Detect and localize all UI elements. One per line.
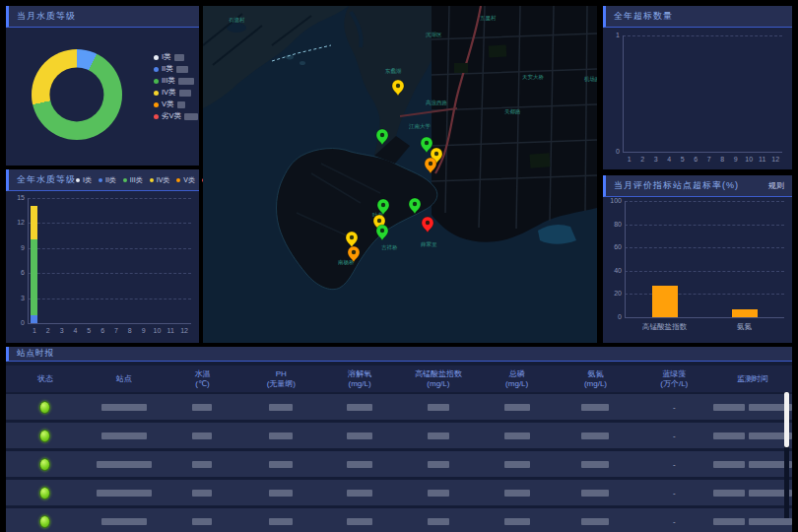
legend-dot-icon <box>154 114 159 119</box>
status-cell <box>6 430 85 442</box>
data-cell <box>320 518 399 525</box>
redacted-value <box>347 518 372 525</box>
column-header: PH(无量纲) <box>241 369 320 389</box>
panel-station-table: 站点时报 状态站点水温(℃)PH(无量纲)溶解氧(mg/L)高锰酸盐指数(mg/… <box>6 347 792 522</box>
table-row[interactable]: - <box>6 394 792 420</box>
legend-dot-icon <box>123 178 127 182</box>
status-ok-icon <box>39 458 50 471</box>
map-urban-area <box>432 6 597 242</box>
panel-annual-quality: 全年水质等级 I类II类III类IV类V类劣V类 036912151234567… <box>6 169 199 343</box>
station-table-header: 站点时报 <box>6 347 792 362</box>
y-axis-tick-label: 12 <box>11 219 25 226</box>
legend-item[interactable]: II类 <box>99 175 116 185</box>
column-header-name: 蓝绿藻 <box>634 369 713 379</box>
redacted-value <box>504 461 530 468</box>
status-cell <box>6 515 85 528</box>
table-row[interactable]: - <box>6 451 792 477</box>
redacted-value <box>581 490 609 497</box>
panel-month-rate-title: 当月评价指标站点超标率(%) <box>614 179 739 192</box>
map-place-label: 高浪西路 <box>426 100 448 106</box>
redacted-date <box>713 518 745 525</box>
status-ok-icon <box>39 430 50 442</box>
legend-item[interactable]: II类 <box>154 63 198 75</box>
rules-link[interactable]: 规则 <box>768 180 784 191</box>
redacted-date <box>713 490 745 497</box>
data-cell <box>241 404 320 411</box>
data-cell <box>478 490 557 497</box>
chart-gridline <box>625 225 784 226</box>
table-row[interactable]: - <box>6 423 792 448</box>
donut-chart[interactable] <box>32 49 122 140</box>
data-cell <box>399 404 478 411</box>
panel-annual-quality-header: 全年水质等级 I类II类III类IV类V类劣V类 <box>6 169 199 191</box>
legend-dot-icon <box>154 102 159 107</box>
month-rate-chart[interactable]: 020406080100高锰酸盐指数氨氮 <box>603 197 792 343</box>
legend-label: 劣V类 <box>162 111 181 121</box>
panel-annual-exceed-title: 全年超标数量 <box>614 10 673 23</box>
data-cell <box>478 461 557 468</box>
water-quality-dashboard: 当月水质等级 I类II类III类IV类V类劣V类 全年水质等级 I类II类III… <box>0 0 798 532</box>
column-header-name: PH <box>241 369 320 379</box>
rate-bar[interactable] <box>732 309 758 317</box>
legend-item[interactable]: IV类 <box>154 87 198 99</box>
status-ok-icon <box>39 487 50 499</box>
column-header-name: 氨氮 <box>557 369 635 379</box>
redacted-value <box>192 518 212 525</box>
data-cell <box>557 490 635 497</box>
chart-gridline <box>28 273 191 274</box>
annual-exceed-chart[interactable]: 01123456789101112 <box>603 28 792 169</box>
panel-month-rate: 当月评价指标站点超标率(%) 规则 020406080100高锰酸盐指数氨氮 <box>603 175 792 343</box>
column-header-unit: (mg/L) <box>399 379 478 389</box>
rate-bar[interactable] <box>652 286 678 317</box>
chart-gridline <box>28 248 191 249</box>
panel-month-quality-body: I类II类III类IV类V类劣V类 <box>6 28 199 166</box>
data-cell <box>164 461 242 468</box>
redacted-date <box>713 432 745 439</box>
panel-month-quality: 当月水质等级 I类II类III类IV类V类劣V类 <box>6 6 199 166</box>
x-axis-tick-label: 9 <box>142 327 146 334</box>
panel-month-quality-header: 当月水质等级 <box>6 6 199 28</box>
legend-item[interactable]: 劣V类 <box>154 110 198 122</box>
column-header-unit: (mg/L) <box>557 379 635 389</box>
x-axis-tick-label: 12 <box>180 327 188 334</box>
time-cell <box>713 461 792 468</box>
column-header-unit: (mg/L) <box>478 379 557 389</box>
redacted-value <box>347 432 372 439</box>
legend-dot-icon <box>154 91 159 96</box>
y-axis-tick-label: 9 <box>11 244 25 251</box>
stacked-bar-segment[interactable] <box>31 315 37 323</box>
y-axis-tick-label: 100 <box>608 197 622 204</box>
algae-cell: - <box>634 460 713 469</box>
redacted-value <box>192 461 212 468</box>
stacked-bar-segment[interactable] <box>31 206 37 239</box>
legend-item[interactable]: I类 <box>76 175 92 185</box>
data-cell <box>557 404 635 411</box>
column-header: 蓝绿藻(万个/L) <box>634 369 713 389</box>
redacted-value <box>269 490 293 497</box>
legend-item[interactable]: I类 <box>154 51 198 63</box>
x-axis-tick-label: 1 <box>33 327 36 334</box>
data-cell <box>85 490 164 497</box>
table-scrollbar-thumb[interactable] <box>784 392 789 447</box>
panel-annual-exceed-header: 全年超标数量 <box>603 6 792 28</box>
legend-item[interactable]: IV类 <box>150 175 170 185</box>
station-map[interactable]: 石塘村东蠡湖滨湖区五星村天安大桥机场路高浪西路吴都路江南大学叶巷吉祥桥薛家里南杨… <box>203 6 597 343</box>
map-place-label: 滨湖区 <box>426 32 442 38</box>
annual-quality-chart[interactable]: 03691215123456789101112 <box>6 191 199 343</box>
redacted-value <box>347 490 372 497</box>
y-axis-tick-label: 20 <box>608 290 622 297</box>
y-axis-tick-label: 6 <box>11 269 25 276</box>
redacted-value <box>179 90 191 97</box>
legend-dot-icon <box>154 67 159 72</box>
legend-dot-icon <box>99 178 102 182</box>
stacked-bar-segment[interactable] <box>31 239 37 314</box>
legend-item[interactable]: III类 <box>123 175 143 185</box>
table-row[interactable]: - <box>6 508 792 532</box>
legend-item[interactable]: III类 <box>154 75 198 87</box>
y-axis-tick-label: 0 <box>608 313 622 320</box>
legend-item[interactable]: V类 <box>154 99 198 110</box>
x-axis-tick-label: 7 <box>707 156 711 163</box>
table-row[interactable]: - <box>6 480 792 505</box>
legend-item[interactable]: V类 <box>176 175 195 185</box>
table-scrollbar[interactable] <box>784 392 789 518</box>
